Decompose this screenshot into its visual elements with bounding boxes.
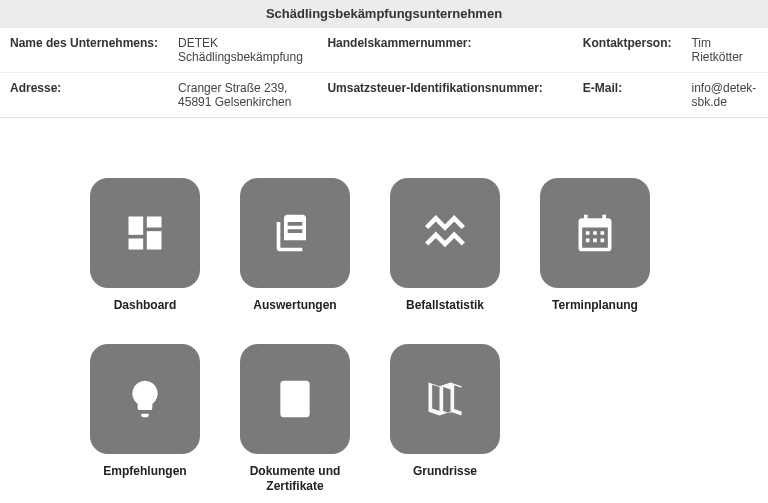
- tile-infestation-stats-box: [390, 178, 500, 288]
- tile-evaluations-box: [240, 178, 350, 288]
- tile-recommendations-box: [90, 344, 200, 454]
- svg-rect-1: [147, 217, 162, 228]
- tile-documents-label: Dokumente und Zertifikate: [240, 464, 350, 495]
- tile-recommendations-label: Empfehlungen: [90, 464, 200, 480]
- contact-person-label: Kontaktperson:: [573, 28, 682, 73]
- document-icon: [273, 377, 317, 421]
- address-value: Cranger Straße 239, 45891 Gelsenkirchen: [168, 73, 317, 118]
- dashboard-icon: [123, 211, 167, 255]
- tile-evaluations-label: Auswertungen: [240, 298, 350, 314]
- address-label: Adresse:: [0, 73, 168, 118]
- document-stack-icon: [273, 211, 317, 255]
- calendar-icon: [573, 211, 617, 255]
- email-value: info@detek-sbk.de: [681, 73, 768, 118]
- company-info-panel: Schädlingsbekämpfungsunternehmen Name de…: [0, 0, 768, 118]
- tile-documents[interactable]: Dokumente und Zertifikate: [240, 344, 350, 495]
- tile-scheduling[interactable]: Terminplanung: [540, 178, 650, 314]
- vat-id-label: Umsatzsteuer-Identifikationsnummer:: [317, 73, 552, 118]
- company-name-value: DETEK Schädlingsbekämpfung: [168, 28, 317, 73]
- vat-id-value: [553, 73, 573, 118]
- lightbulb-icon: [123, 377, 167, 421]
- chart-lines-icon: [423, 211, 467, 255]
- tile-floorplans-box: [390, 344, 500, 454]
- tile-floorplans-label: Grundrisse: [390, 464, 500, 480]
- tile-scheduling-label: Terminplanung: [540, 298, 650, 314]
- tile-infestation-stats-label: Befallstatistik: [390, 298, 500, 314]
- email-label: E-Mail:: [573, 73, 682, 118]
- svg-rect-2: [147, 231, 162, 249]
- svg-rect-0: [129, 217, 144, 235]
- company-info-table: Name des Unternehmens: DETEK Schädlingsb…: [0, 27, 768, 117]
- tile-infestation-stats[interactable]: Befallstatistik: [390, 178, 500, 314]
- company-name-label: Name des Unternehmens:: [0, 28, 168, 73]
- contact-person-value: Tim Rietkötter: [681, 28, 768, 73]
- tile-documents-box: [240, 344, 350, 454]
- svg-rect-3: [129, 239, 144, 250]
- tile-scheduling-box: [540, 178, 650, 288]
- chamber-number-value: [553, 28, 573, 73]
- tile-dashboard-box: [90, 178, 200, 288]
- tile-dashboard-label: Dashboard: [90, 298, 200, 314]
- tile-recommendations[interactable]: Empfehlungen: [90, 344, 200, 495]
- chamber-number-label: Handelskammernummer:: [317, 28, 552, 73]
- tile-dashboard[interactable]: Dashboard: [90, 178, 200, 314]
- tile-evaluations[interactable]: Auswertungen: [240, 178, 350, 314]
- company-info-title: Schädlingsbekämpfungsunternehmen: [0, 0, 768, 27]
- map-icon: [423, 377, 467, 421]
- tile-floorplans[interactable]: Grundrisse: [390, 344, 500, 495]
- tiles-grid: Dashboard Auswertungen Befallstatistik T…: [0, 118, 768, 503]
